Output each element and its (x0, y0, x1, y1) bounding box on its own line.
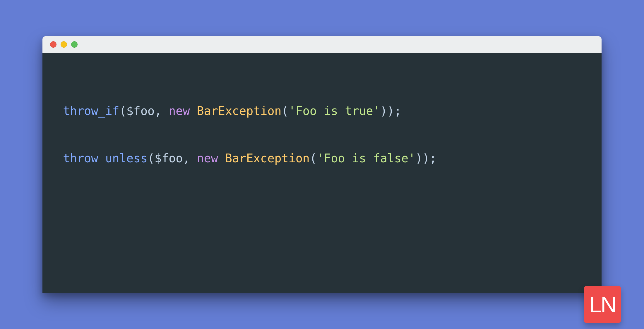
maximize-icon[interactable] (71, 41, 78, 48)
code-token: throw_if (63, 104, 119, 118)
code-token: new (169, 104, 190, 118)
code-token: ( (148, 151, 155, 165)
code-window: throw_if($foo, new BarException('Foo is … (42, 36, 602, 293)
code-token: $foo (155, 151, 183, 165)
code-token: ( (282, 104, 289, 118)
code-token (218, 151, 225, 165)
code-token: new (197, 151, 218, 165)
minimize-icon[interactable] (61, 41, 67, 48)
code-editor: throw_if($foo, new BarException('Foo is … (42, 53, 602, 293)
code-token: , (155, 104, 169, 118)
code-token: ( (310, 151, 317, 165)
window-titlebar (42, 36, 602, 53)
code-content: throw_if($foo, new BarException('Foo is … (63, 103, 581, 166)
site-badge: LN (584, 286, 621, 323)
code-token: $foo (126, 104, 155, 118)
code-token: ( (119, 104, 126, 118)
code-token (190, 104, 197, 118)
close-icon[interactable] (50, 41, 56, 48)
code-token: )); (380, 104, 401, 118)
code-token: BarException (197, 104, 282, 118)
site-badge-text: LN (589, 292, 615, 317)
code-token: , (183, 151, 197, 165)
code-token: BarException (225, 151, 310, 165)
code-token: 'Foo is false' (317, 151, 415, 165)
code-token: )); (415, 151, 436, 165)
code-token: 'Foo is true' (289, 104, 380, 118)
code-token: throw_unless (63, 151, 148, 165)
